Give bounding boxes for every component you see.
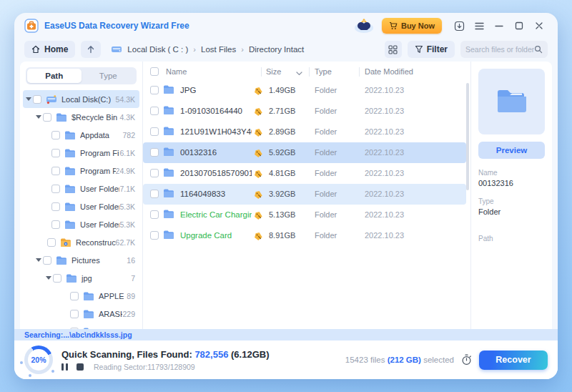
stop-button[interactable]: [77, 363, 84, 371]
table-row[interactable]: Electric Car Chargin...Accident 5.13GB F…: [143, 205, 466, 225]
tree-checkbox[interactable]: [51, 131, 60, 139]
buy-now-button[interactable]: Buy Now: [382, 18, 442, 34]
row-checkbox[interactable]: [150, 231, 159, 240]
file-name: 2013070518570901053: [180, 169, 252, 177]
tree-checkbox[interactable]: [51, 149, 60, 157]
filter-button[interactable]: Filter: [408, 41, 455, 58]
table-row[interactable]: 1-091030164440 2.71GB Folder 2022.10.23: [143, 101, 466, 122]
breadcrumb: Local Disk ( C : )›Lost Files›Directory …: [111, 44, 304, 54]
tree-item[interactable]: CANON 18: [23, 323, 139, 329]
app-logo-icon: [24, 19, 39, 33]
tree-checkbox[interactable]: [51, 220, 60, 229]
tree-item[interactable]: Reconstructed 62.7K: [23, 233, 139, 251]
column-name[interactable]: Name: [166, 67, 187, 76]
tree-item[interactable]: ARASH VISON 229: [23, 305, 139, 323]
column-size[interactable]: Size: [266, 67, 281, 76]
tag-icon: [254, 107, 263, 119]
table-row[interactable]: JPG 1.49GB Folder 2022.10.23: [143, 80, 466, 101]
tree-item-label: User Folder...: [80, 220, 119, 229]
tree-item[interactable]: User Folder... 5.3K: [23, 215, 139, 233]
tree-checkbox[interactable]: [51, 185, 60, 193]
tree-item-icon: [64, 130, 76, 140]
tree-checkbox[interactable]: [53, 274, 61, 283]
file-size: 4.81GB: [269, 169, 295, 177]
folder-preview-icon: [495, 88, 528, 115]
table-row[interactable]: 2013070518570901053 4.81GB Folder 2022.1…: [143, 163, 466, 184]
table-row[interactable]: Upgrade Card 8.91GB Folder 2022.10.23: [143, 225, 466, 246]
row-checkbox[interactable]: [150, 210, 159, 219]
search-box[interactable]: [460, 41, 548, 58]
tree-checkbox[interactable]: [70, 292, 79, 300]
expand-arrow-icon[interactable]: [34, 258, 43, 262]
tab-type[interactable]: Type: [82, 69, 136, 83]
download-icon[interactable]: [450, 18, 468, 34]
table-scrollbar[interactable]: [466, 83, 469, 190]
recover-button[interactable]: Recover: [479, 351, 548, 370]
tab-path[interactable]: Path: [27, 69, 82, 83]
folder-tree: Local Disk(C:) 54.3K $Recycle Bin 4.3K A…: [20, 89, 142, 329]
file-name: 1164049833: [180, 190, 225, 198]
tree-checkbox[interactable]: [43, 113, 51, 122]
close-button[interactable]: [531, 18, 548, 34]
table-row[interactable]: 121U91W1H043Y40 2.89GB Folder 2022.10.23: [143, 122, 466, 142]
expand-arrow-icon[interactable]: [44, 276, 53, 280]
folder-icon: [163, 167, 174, 180]
maximize-button[interactable]: [511, 18, 528, 34]
preview-button[interactable]: Preview: [478, 142, 545, 159]
tree-item[interactable]: jpg 7: [23, 269, 139, 287]
tree-item[interactable]: Program Files 6.1K: [23, 144, 139, 162]
row-checkbox[interactable]: [150, 127, 159, 136]
navigate-up-button[interactable]: [81, 41, 101, 58]
row-checkbox[interactable]: [150, 169, 159, 177]
home-button[interactable]: Home: [24, 41, 75, 58]
detail-path-label: Path: [478, 235, 545, 242]
row-checkbox[interactable]: [150, 148, 159, 157]
search-input[interactable]: [465, 45, 534, 54]
tree-item-label: ARASH VISON: [99, 310, 122, 318]
tree-checkbox[interactable]: [43, 256, 51, 265]
column-type[interactable]: Type: [315, 67, 332, 76]
tree-checkbox[interactable]: [70, 310, 79, 318]
tree-item[interactable]: User Folder1 7.1K: [23, 180, 139, 197]
breadcrumb-item[interactable]: Directory Intact: [249, 45, 304, 54]
tree-checkbox[interactable]: [51, 167, 60, 175]
pause-button[interactable]: [61, 363, 68, 371]
column-date-modified[interactable]: Date Modified: [365, 67, 413, 76]
file-name: 121U91W1H043Y40: [180, 127, 252, 136]
preview-thumbnail: [478, 69, 545, 134]
tree-item[interactable]: Program Files(X86) 24.9K: [23, 162, 139, 180]
minimize-button[interactable]: [490, 18, 508, 34]
sort-chevron-icon[interactable]: [296, 69, 302, 77]
row-checkbox[interactable]: [150, 86, 159, 94]
folder-icon: [163, 188, 174, 201]
sidebar-tabs: Path Type: [26, 67, 137, 84]
row-checkbox[interactable]: [150, 190, 159, 198]
tree-item[interactable]: Pictures 16: [23, 251, 139, 269]
tag-icon: [254, 127, 263, 140]
row-checkbox[interactable]: [150, 107, 159, 115]
timer-icon[interactable]: [461, 354, 472, 366]
view-mode-button[interactable]: [385, 41, 402, 58]
tree-item[interactable]: User Folder2 5.3K: [23, 197, 139, 215]
breadcrumb-item[interactable]: Lost Files: [201, 45, 236, 54]
tree-item[interactable]: Local Disk(C:) 54.3K: [23, 90, 139, 108]
table-row[interactable]: 00132316 5.92GB Folder 2022.10.23: [143, 142, 466, 163]
menu-icon[interactable]: [470, 18, 488, 34]
expand-arrow-icon[interactable]: [34, 115, 43, 119]
select-all-checkbox[interactable]: [150, 67, 159, 76]
tree-checkbox[interactable]: [47, 238, 56, 247]
search-icon[interactable]: [534, 45, 543, 54]
expand-arrow-icon[interactable]: [24, 97, 33, 101]
tree-item-icon: [46, 94, 57, 104]
table-row[interactable]: 1164049833 3.92GB Folder 2022.10.23: [143, 184, 466, 205]
tree-item-label: Local Disk(C:): [61, 95, 111, 104]
tree-item-count: 24.9K: [116, 167, 135, 175]
tree-checkbox[interactable]: [33, 95, 41, 104]
tree-item[interactable]: Appdata 782: [23, 126, 139, 144]
breadcrumb-item[interactable]: Local Disk ( C : ): [127, 45, 188, 54]
tree-item[interactable]: APPLE 89: [23, 287, 139, 305]
tree-item[interactable]: $Recycle Bin 4.3K: [23, 108, 139, 126]
detail-type-label: Type: [478, 197, 545, 205]
tree-item-label: Program Files: [80, 149, 119, 157]
tree-checkbox[interactable]: [51, 202, 60, 211]
